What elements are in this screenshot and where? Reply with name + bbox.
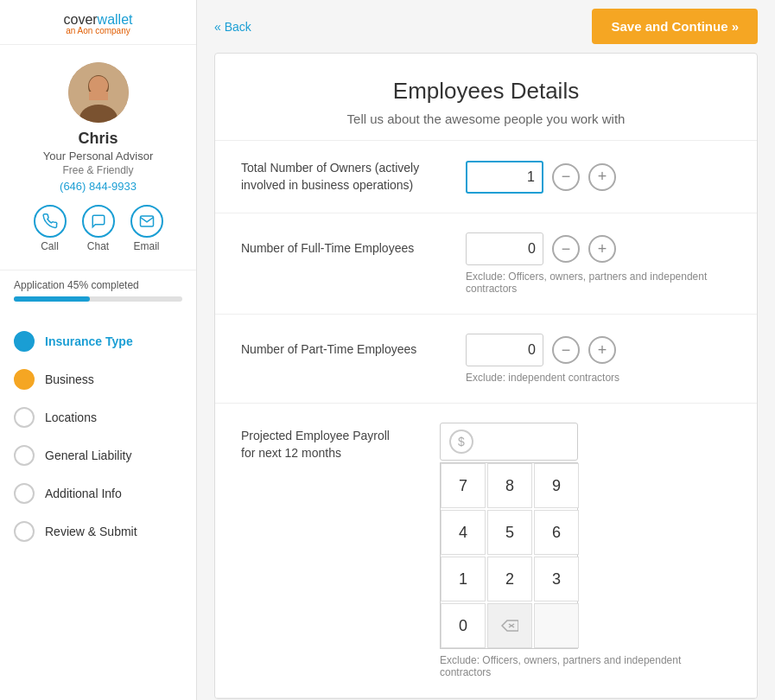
sidebar-label-review-submit: Review & Submit: [45, 525, 137, 538]
step-dot-business: [14, 369, 35, 390]
advisor-area: Chris Your Personal Advisor Free & Frien…: [25, 45, 172, 270]
owners-row: Total Number of Owners (actively involve…: [215, 141, 757, 213]
email-button[interactable]: Email: [130, 205, 163, 252]
key-9[interactable]: 9: [534, 463, 579, 508]
parttime-row: Number of Part-Time Employees − + Exclud…: [215, 315, 757, 404]
logo-area: coverwallet an Aon company: [0, 0, 196, 45]
advisor-phone[interactable]: (646) 844-9933: [60, 180, 137, 193]
logo: coverwallet an Aon company: [9, 12, 187, 35]
keypad: 7 8 9 4 5 6 1 2 3 0: [440, 462, 578, 649]
payroll-label: Projected Employee Payroll for next 12 m…: [241, 423, 414, 678]
dollar-icon: $: [449, 430, 473, 454]
parttime-row-inner: Number of Part-Time Employees − +: [241, 334, 731, 366]
key-2[interactable]: 2: [487, 557, 532, 601]
key-3[interactable]: 3: [534, 557, 579, 601]
key-5[interactable]: 5: [487, 510, 532, 555]
top-bar: « Back Save and Continue »: [197, 0, 775, 53]
step-dot-review-submit: [14, 521, 35, 542]
fulltime-note: Exclude: Officers, owners, partners and …: [241, 270, 731, 295]
chat-label: Chat: [87, 240, 109, 252]
owners-increment-button[interactable]: +: [588, 163, 616, 191]
progress-bar-fill: [14, 296, 90, 302]
payroll-control: $ 7 8 9 4 5 6 1 2 3 0: [440, 423, 731, 678]
logo-cover-text: cover: [63, 12, 97, 27]
call-button[interactable]: Call: [34, 205, 67, 252]
nav-items: Insurance Type Business Locations Genera…: [0, 314, 196, 559]
step-dot-additional-info: [14, 483, 35, 504]
fulltime-input[interactable]: [466, 232, 543, 265]
form-content-area: Employees Details Tell us about the awes…: [214, 53, 758, 699]
sidebar-item-general-liability[interactable]: General Liability: [0, 436, 196, 474]
email-label: Email: [133, 240, 159, 252]
save-continue-button-top[interactable]: Save and Continue »: [592, 9, 758, 44]
fulltime-row: Number of Full-Time Employees − + Exclud…: [215, 213, 757, 315]
sidebar-label-insurance-type: Insurance Type: [45, 334, 133, 348]
owners-row-inner: Total Number of Owners (actively involve…: [241, 160, 731, 194]
fulltime-row-inner: Number of Full-Time Employees − +: [241, 232, 731, 265]
parttime-input[interactable]: [466, 334, 543, 366]
chat-button[interactable]: Chat: [82, 205, 115, 252]
sidebar: coverwallet an Aon company Chris Your Pe…: [0, 0, 197, 700]
progress-bar-background: [14, 296, 182, 302]
step-dot-locations: [14, 407, 35, 428]
call-label: Call: [41, 240, 59, 252]
sidebar-item-locations[interactable]: Locations: [0, 398, 196, 436]
logo-wallet-text: wallet: [98, 12, 133, 27]
key-0[interactable]: 0: [441, 603, 486, 648]
step-dot-insurance-type: [14, 331, 35, 352]
owners-control: − +: [466, 161, 616, 194]
key-7[interactable]: 7: [441, 463, 486, 508]
sidebar-item-insurance-type[interactable]: Insurance Type: [0, 322, 196, 360]
fulltime-control: − +: [466, 232, 616, 265]
sidebar-label-locations: Locations: [45, 410, 97, 424]
parttime-note: Exclude: independent contractors: [241, 372, 731, 384]
parttime-control: − +: [466, 334, 616, 366]
parttime-label: Number of Part-Time Employees: [241, 341, 466, 359]
page-subtitle: Tell us about the awesome people you wor…: [232, 111, 740, 126]
owners-input[interactable]: [466, 161, 543, 194]
step-dot-general-liability: [14, 445, 35, 466]
avatar: [68, 62, 129, 123]
owners-decrement-button[interactable]: −: [552, 163, 580, 191]
advisor-tag: Free & Friendly: [62, 164, 133, 176]
page-title: Employees Details: [232, 78, 740, 105]
chat-icon: [82, 205, 115, 238]
payroll-display: $: [440, 423, 578, 461]
sidebar-item-business[interactable]: Business: [0, 360, 196, 398]
key-4[interactable]: 4: [441, 510, 486, 555]
email-icon: [130, 205, 163, 238]
parttime-increment-button[interactable]: +: [588, 336, 616, 364]
progress-section: Application 45% completed: [0, 270, 196, 314]
svg-rect-4: [89, 92, 108, 100]
key-delete[interactable]: [487, 603, 532, 648]
progress-label: Application 45% completed: [14, 279, 182, 291]
sidebar-item-additional-info[interactable]: Additional Info: [0, 474, 196, 512]
advisor-name: Chris: [78, 130, 118, 148]
fulltime-decrement-button[interactable]: −: [552, 235, 580, 263]
avatar-image: [68, 62, 129, 123]
page-header: Employees Details Tell us about the awes…: [215, 54, 757, 141]
sidebar-item-review-submit[interactable]: Review & Submit: [0, 512, 196, 550]
sidebar-label-additional-info: Additional Info: [45, 487, 122, 500]
logo-aon-text: an Aon company: [9, 26, 187, 35]
back-link-top[interactable]: « Back: [214, 20, 251, 34]
payroll-note: Exclude: Officers, owners, partners and …: [440, 654, 731, 678]
sidebar-label-business: Business: [45, 372, 94, 386]
key-6[interactable]: 6: [534, 510, 579, 555]
call-icon: [34, 205, 67, 238]
main-content: « Back Save and Continue » Employees Det…: [197, 0, 775, 700]
fulltime-increment-button[interactable]: +: [588, 235, 616, 263]
owners-label: Total Number of Owners (actively involve…: [241, 160, 466, 194]
advisor-title: Your Personal Advisor: [43, 150, 153, 162]
key-empty: [534, 603, 579, 648]
payroll-section: Projected Employee Payroll for next 12 m…: [215, 404, 757, 698]
parttime-decrement-button[interactable]: −: [552, 336, 580, 364]
sidebar-label-general-liability: General Liability: [45, 449, 131, 462]
contact-icons: Call Chat Email: [34, 205, 163, 252]
key-8[interactable]: 8: [487, 463, 532, 508]
fulltime-label: Number of Full-Time Employees: [241, 240, 466, 258]
key-1[interactable]: 1: [441, 557, 486, 601]
